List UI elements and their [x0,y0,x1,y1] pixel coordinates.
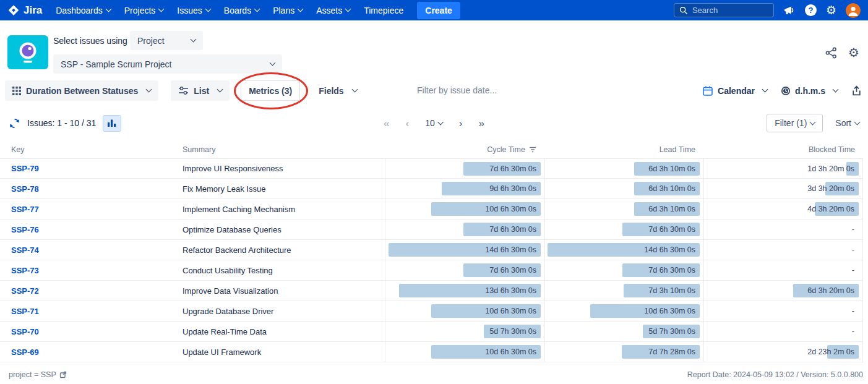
issue-source-select[interactable]: Project [130,31,203,50]
report-toolbar: Duration Between Statuses List Metrics (… [5,80,862,101]
issues-table-body: SSP-79Improve UI Responsiveness7d 6h 30m… [0,158,863,362]
duration-value: 2d 23h 2m 0s [807,348,854,356]
app-logo [7,35,48,69]
issue-key-link[interactable]: SSP-79 [11,164,39,173]
issue-key-link[interactable]: SSP-77 [11,205,39,214]
column-header-key[interactable]: Key [0,145,183,154]
pagination-last-button[interactable]: » [478,118,484,129]
issue-key-link[interactable]: SSP-70 [11,327,39,336]
nav-item-label: Boards [224,6,251,15]
chevron-down-icon [437,119,444,125]
calendar-icon [702,85,713,96]
avatar-image [846,3,861,18]
table-row: SSP-70Update Real-Time Data5d 7h 30m 0s5… [0,322,863,342]
nav-item-assets[interactable]: Assets [316,6,350,15]
nav-item-projects[interactable]: Projects [124,6,164,15]
issue-key-link[interactable]: SSP-73 [11,266,39,275]
user-avatar[interactable] [846,3,861,18]
view-mode-button[interactable]: List [171,80,230,101]
create-button[interactable]: Create [417,2,460,19]
issue-key-link[interactable]: SSP-76 [11,225,39,234]
sort-button-label: Sort [835,118,851,128]
refresh-icon[interactable] [9,117,20,129]
help-icon[interactable]: ? [805,4,817,16]
cycle-time-cell: 7d 6h 30m 0s [385,220,544,239]
issue-key-link[interactable]: SSP-71 [11,307,39,316]
issue-key-link[interactable]: SSP-69 [11,348,39,357]
fields-button[interactable]: Fields [311,80,364,101]
pagination-first-button[interactable]: « [384,118,389,129]
empty-duration: - [852,327,854,336]
chevron-down-icon [810,119,816,125]
issue-source-value: Project [137,36,165,46]
column-header-summary[interactable]: Summary [183,145,385,154]
duration-value: 7d 7h 28m 0s [648,348,695,356]
nav-item-issues[interactable]: Issues [177,6,210,15]
duration-value: 10d 6h 30m 0s [485,205,536,213]
issue-key-link[interactable]: SSP-72 [11,286,39,296]
footer-jql: project = SSP [9,370,67,379]
cycle-time-cell: 10d 6h 30m 0s [385,301,544,321]
search-box[interactable] [674,3,774,17]
blocked-time-cell: 6d 3h 20m 0s [703,281,863,301]
calendar-button[interactable]: Calendar [702,85,767,96]
lead-time-cell: 6d 3h 10m 0s [544,159,703,178]
gear-icon[interactable]: ⚙ [826,4,836,16]
pagination-prev-button[interactable]: ‹ [406,118,410,129]
chevron-down-icon [146,87,152,93]
duration-value: 7d 6h 30m 0s [489,164,536,173]
report-type-button[interactable]: Duration Between Statuses [5,80,158,101]
duration-value: 14d 6h 30m 0s [644,245,695,254]
megaphone-icon[interactable] [783,5,796,16]
sliders-icon [178,86,189,95]
search-icon [679,6,688,15]
column-header-lead-time[interactable]: Lead Time [544,145,703,154]
report-header: Select issues using Project SSP - Sample… [0,20,868,80]
metrics-button[interactable]: Metrics (3) [241,80,300,101]
time-format-button[interactable]: d.h.m.s [781,86,838,96]
filter-button[interactable]: Filter (1) [767,114,823,132]
issue-summary: Fix Memory Leak Issue [183,179,385,198]
settings-gear-icon[interactable]: ⚙ [848,46,859,59]
nav-item-boards[interactable]: Boards [224,6,259,15]
issue-summary: Improve UI Responsiveness [183,159,385,178]
lead-time-cell: 14d 6h 30m 0s [544,240,703,260]
grid-icon [12,87,21,95]
column-header-cycle-time[interactable]: Cycle Time [385,145,544,154]
issue-date-filter-input[interactable] [417,83,559,98]
pagination-next-button[interactable]: › [459,118,463,129]
jira-logo-icon [7,4,20,17]
empty-duration: - [852,266,854,275]
chevron-down-icon [762,87,768,93]
header-actions: ⚙ [825,46,859,59]
table-row: SSP-69Update UI Framework10d 6h 30m 0s7d… [0,342,863,362]
chevron-down-icon [205,6,211,12]
duration-value: 6d 3h 10m 0s [648,164,695,173]
chevron-down-icon [270,60,276,66]
lead-time-cell: 7d 6h 30m 0s [544,220,703,239]
jira-logo[interactable]: Jira [7,4,42,17]
chart-toggle-button[interactable] [103,115,121,132]
project-select[interactable]: SSP - Sample Scrum Project [53,54,282,74]
issue-summary: Update Real-Time Data [183,322,385,341]
cycle-time-cell: 9d 6h 30m 0s [385,179,544,198]
external-link-icon[interactable] [59,371,67,378]
column-header-blocked-time[interactable]: Blocked Time [703,145,863,154]
nav-item-dashboards[interactable]: Dashboards [56,6,111,15]
issue-key-link[interactable]: SSP-74 [11,245,39,255]
issue-key-link[interactable]: SSP-78 [11,184,39,194]
share-icon[interactable] [825,47,837,59]
nav-item-timepiece[interactable]: Timepiece [364,6,403,15]
bar-chart-icon [107,119,117,127]
sort-button[interactable]: Sort [835,118,859,128]
page-size-select[interactable]: 10 [425,118,443,128]
cycle-time-cell: 7d 6h 30m 0s [385,159,544,178]
search-input[interactable] [692,6,767,15]
pagination-controls: « ‹ 10 › » [384,118,484,129]
table-row: SSP-78Fix Memory Leak Issue9d 6h 30m 0s6… [0,179,863,199]
pagination-row: Issues: 1 - 10 / 31 « ‹ 10 › » Filter (1… [9,113,859,133]
nav-item-plans[interactable]: Plans [273,6,303,15]
duration-value: 7d 6h 30m 0s [648,266,695,275]
export-icon[interactable] [851,85,862,96]
chevron-down-icon [217,87,223,93]
